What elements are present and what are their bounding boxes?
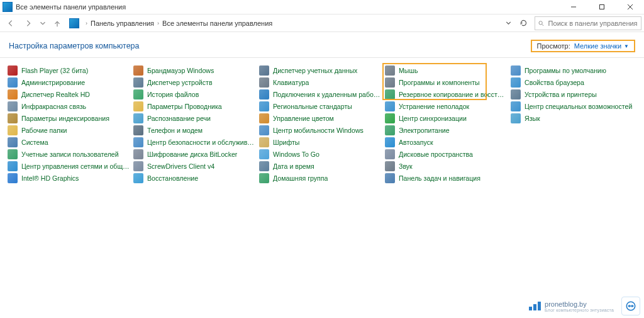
cp-item[interactable]: Центр безопасности и обслужива... (133, 136, 259, 148)
cp-item[interactable]: Центр мобильности Windows (259, 124, 385, 136)
item-icon (259, 149, 269, 159)
cp-item[interactable]: Панель задач и навигация (385, 172, 511, 184)
cp-item[interactable]: Программы и компоненты (385, 76, 511, 88)
cp-item[interactable]: Автозапуск (385, 136, 511, 148)
refresh-button[interactable] (516, 16, 531, 30)
cp-item[interactable]: Устранение неполадок (385, 100, 511, 112)
cp-item[interactable]: Клавиатура (259, 76, 385, 88)
item-label: Управление цветом (273, 115, 334, 122)
cp-item[interactable]: Брандмауэр Windows (133, 64, 259, 76)
item-icon (133, 65, 143, 76)
cp-item[interactable]: Диспетчер Realtek HD (8, 88, 133, 100)
item-icon (259, 137, 269, 147)
chevron-right-icon: › (82, 20, 91, 26)
cp-item[interactable]: Диспетчер учетных данных (259, 64, 385, 76)
cp-item[interactable]: Центр синхронизации (385, 112, 511, 124)
item-icon (8, 161, 18, 171)
cp-item[interactable]: Windows To Go (259, 148, 385, 160)
cp-item[interactable]: Мышь (385, 64, 511, 76)
cp-item[interactable]: Домашняя группа (259, 172, 385, 184)
cp-item[interactable]: Flash Player (32 бита) (8, 64, 133, 76)
item-icon (8, 113, 18, 123)
close-button[interactable] (616, 0, 644, 14)
breadcrumb-root[interactable]: Панель управления (91, 20, 154, 27)
item-label: Свойства браузера (525, 79, 584, 86)
cp-item[interactable]: История файлов (133, 88, 259, 100)
cp-item[interactable]: Центр управления сетями и общи... (8, 160, 133, 172)
item-label: Программы по умолчанию (525, 67, 606, 74)
cp-item[interactable]: Система (8, 136, 133, 148)
cp-item[interactable]: Звук (385, 160, 511, 172)
watermark-tagline: Блог компьютерного энтузиаста (545, 308, 614, 312)
cp-item[interactable]: Шифрование диска BitLocker (133, 148, 259, 160)
item-label: Подключения к удаленным рабоч... (273, 91, 381, 98)
item-label: Мышь (399, 67, 418, 74)
item-label: Домашняя группа (273, 174, 328, 182)
item-icon (385, 173, 395, 183)
address-dropdown-button[interactable] (501, 16, 516, 30)
cp-item[interactable]: Региональные стандарты (259, 100, 385, 112)
item-icon (259, 89, 269, 99)
item-icon (385, 113, 395, 123)
cp-item[interactable]: Распознавание речи (133, 112, 259, 124)
cp-item[interactable]: Администрирование (8, 76, 133, 88)
view-selector[interactable]: Просмотр: Мелкие значки ▼ (531, 40, 636, 52)
cp-item[interactable]: Устройства и принтеры (511, 88, 636, 100)
forward-button[interactable] (20, 16, 36, 31)
cp-item[interactable]: ScrewDrivers Client v4 (133, 160, 259, 172)
cp-item[interactable]: Язык (511, 112, 636, 124)
cp-item[interactable]: Параметры Проводника (133, 100, 259, 112)
cp-item[interactable]: Параметры индексирования (8, 112, 133, 124)
item-label: Автозапуск (399, 139, 433, 146)
item-icon (259, 101, 269, 111)
cp-item[interactable]: Управление цветом (259, 112, 385, 124)
cp-item[interactable]: Рабочие папки (8, 124, 133, 136)
cp-item[interactable]: Центр специальных возможностей (511, 100, 636, 112)
item-icon (8, 77, 18, 88)
item-icon (133, 101, 143, 111)
up-button[interactable] (49, 16, 65, 31)
search-icon (538, 20, 545, 27)
cp-item[interactable]: Программы по умолчанию (511, 64, 636, 76)
item-icon (385, 137, 395, 147)
cp-item[interactable]: Учетные записи пользователей (8, 148, 133, 160)
view-label: Просмотр: (537, 42, 570, 50)
page-title: Настройка параметров компьютера (9, 42, 139, 50)
cp-item[interactable]: Диспетчер устройств (133, 76, 259, 88)
cp-item[interactable]: Резервное копирование и восстан... (385, 88, 511, 100)
item-label: Региональные стандарты (273, 103, 352, 110)
cp-item[interactable]: Свойства браузера (511, 76, 636, 88)
cp-item[interactable]: Восстановление (133, 172, 259, 184)
recent-locations-button[interactable] (38, 16, 48, 31)
item-label: Шифрование диска BitLocker (147, 150, 237, 158)
item-icon (133, 161, 143, 171)
item-label: Диспетчер учетных данных (273, 67, 357, 74)
breadcrumb-current[interactable]: Все элементы панели управления (162, 20, 272, 27)
item-icon (8, 173, 18, 183)
cp-item[interactable]: Дисковые пространства (385, 148, 511, 160)
titlebar: Все элементы панели управления (0, 0, 644, 14)
cp-item[interactable]: Дата и время (259, 160, 385, 172)
search-box[interactable] (535, 16, 641, 30)
item-label: Резервное копирование и восстан... (399, 91, 507, 98)
maximize-button[interactable] (587, 0, 616, 14)
cp-item[interactable]: Телефон и модем (133, 124, 259, 136)
cp-item[interactable]: Intel® HD Graphics (8, 172, 133, 184)
cp-item[interactable]: Подключения к удаленным рабоч... (259, 88, 385, 100)
minimize-button[interactable] (559, 0, 587, 14)
cp-item[interactable]: Электропитание (385, 124, 511, 136)
watermark-site: pronetblog.by (545, 300, 587, 308)
item-icon (259, 125, 269, 135)
item-icon (259, 161, 269, 171)
items-grid: Flash Player (32 бита)АдминистрированиеД… (0, 58, 644, 184)
control-panel-icon (69, 18, 79, 28)
item-label: Язык (525, 115, 540, 122)
search-input[interactable] (547, 19, 638, 28)
cp-item[interactable]: Шрифты (259, 136, 385, 148)
breadcrumb[interactable]: › Панель управления › Все элементы панел… (67, 16, 499, 30)
item-label: Инфракрасная связь (21, 103, 86, 110)
back-button[interactable] (3, 16, 19, 31)
item-label: ScrewDrivers Client v4 (147, 162, 214, 170)
cp-item[interactable]: Инфракрасная связь (8, 100, 133, 112)
item-label: Центр специальных возможностей (525, 103, 632, 110)
